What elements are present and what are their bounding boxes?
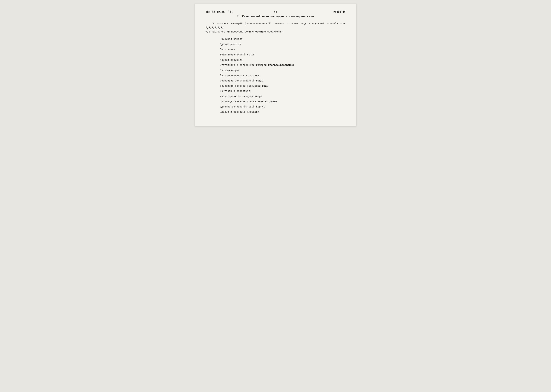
sub-item: административно-бытовой корпус [220, 105, 346, 109]
sub-item: резервуар фильтрованной воды; [220, 79, 346, 83]
document-page: 902-03-42.85 (I) 10 20929-01 2. Генераль… [195, 4, 356, 126]
sub-item-2-text: резервуар грязной промывной воды; [220, 84, 270, 87]
item-3-text: Песколовки [220, 48, 235, 51]
sub-item-5-text: производственно-вспомогательное здание [220, 100, 277, 103]
doc-index: (I) [228, 11, 233, 14]
item-8-text: Елок резервуаров в составе: [220, 74, 261, 77]
doc-code: 20929-01 [333, 11, 345, 14]
sub-item: хлораторная со складом хлора [220, 95, 346, 98]
sub-item-1-text: резервуар фильтрованной воды; [220, 79, 264, 82]
list-item: Отстойники с встроенной камерой хлопьеоб… [220, 63, 346, 67]
item-7-text: Блок фильтров [220, 69, 239, 72]
intro-paragraph: В составе станций физико-химической очис… [206, 22, 346, 34]
sub-items-list: резервуар фильтрованной воды; резервуар … [220, 79, 346, 114]
list-item: Приемная камера [220, 37, 346, 41]
item-5-text: Камера смешения [220, 58, 243, 61]
list-item: Водоизмерительный лоток [220, 53, 346, 57]
sub-item-7-text: иловые и песковые площадки [220, 111, 259, 113]
sub-item: резервуар грязной промывной воды; [220, 84, 346, 88]
page-number: 10 [274, 11, 277, 14]
sub-item: производственно-вспомогательное здание [220, 100, 346, 104]
doc-number: 902-03-42.85 [206, 11, 225, 14]
item-4-text: Водоизмерительный лоток [220, 53, 255, 56]
sub-item-6-text: административно-бытовой корпус [220, 105, 265, 108]
header: 902-03-42.85 (I) 10 20929-01 [206, 11, 346, 14]
intro-text-part2: 7,0 тыс.м3/сутки предусмотрены следующие… [206, 30, 284, 33]
list-item: Блок фильтров [220, 69, 346, 72]
intro-text-part1: В составе станций физико-химической очис… [213, 22, 346, 25]
item-6-text: Отстойники с встроенной камерой хлопьеоб… [220, 64, 294, 67]
sub-item-3-text: контактный резервуар; [220, 90, 251, 93]
sub-item: контактный резервуар; [220, 89, 346, 93]
items-list: Приемная камера Здание решеток Песколовк… [220, 37, 346, 114]
list-item: Здание решеток [220, 42, 346, 46]
section-title: 2. Генеральный план площадки и инженерны… [206, 15, 346, 18]
intro-text-bold: I,4;2,7;4,2; [206, 26, 224, 29]
sub-item: иловые и песковые площадки [220, 110, 346, 114]
item-2-text: Здание решеток [220, 43, 241, 46]
sub-item-4-text: хлораторная со складом хлора [220, 95, 262, 98]
list-item: Песколовки [220, 48, 346, 51]
list-item: Елок резервуаров в составе: [220, 74, 346, 77]
item-1-text: Приемная камера [220, 38, 243, 41]
list-item: Камера смешения [220, 58, 346, 62]
header-left: 902-03-42.85 (I) [206, 11, 233, 14]
